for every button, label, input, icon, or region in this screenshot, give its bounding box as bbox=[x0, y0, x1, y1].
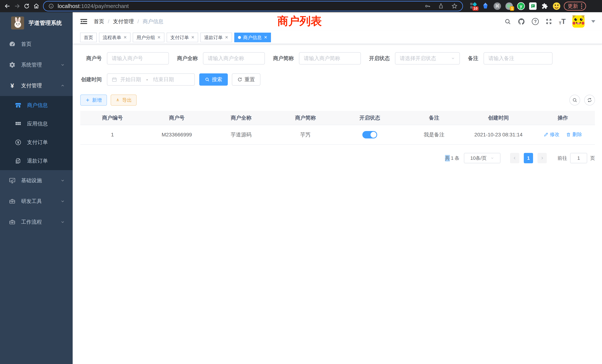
app-logo[interactable]: 芋道管理系统 bbox=[0, 12, 73, 34]
sidebar-item-pay-orders[interactable]: 支付订单 bbox=[0, 133, 73, 152]
extension-strip: 10 1 y bbox=[470, 2, 560, 10]
cell-remark: 我是备注 bbox=[402, 125, 466, 145]
close-icon[interactable]: ✕ bbox=[123, 35, 127, 40]
merchant-name-input[interactable] bbox=[203, 52, 265, 64]
show-search-toggle-button[interactable] bbox=[569, 95, 580, 106]
delete-link[interactable]: 删除 bbox=[566, 131, 582, 138]
create-time-range-input[interactable]: 开始日期 - 结束日期 bbox=[107, 73, 195, 86]
close-icon[interactable]: ✕ bbox=[157, 35, 161, 40]
sidebar-item-merchant-info[interactable]: 商户信息 bbox=[0, 96, 73, 115]
sidebar: 芋道管理系统 首页 系统管理 ¥ 支付管理 bbox=[0, 12, 73, 364]
refresh-icon bbox=[237, 77, 242, 82]
goto-page-input[interactable] bbox=[570, 153, 587, 163]
remark-input[interactable] bbox=[484, 52, 552, 64]
sidebar-item-home[interactable]: 首页 bbox=[0, 34, 73, 54]
font-size-icon[interactable] bbox=[559, 18, 566, 26]
reload-icon[interactable] bbox=[22, 1, 32, 11]
help-icon[interactable] bbox=[532, 18, 539, 25]
fullscreen-icon[interactable] bbox=[546, 18, 552, 25]
breadcrumb-home[interactable]: 首页 bbox=[94, 18, 104, 25]
reset-button[interactable]: 重置 bbox=[232, 73, 260, 86]
add-button[interactable]: 新增 bbox=[80, 95, 107, 106]
search-icon[interactable] bbox=[504, 18, 511, 25]
extension-gem-icon[interactable] bbox=[482, 2, 489, 10]
cell-create-time: 2021-10-23 08:31:14 bbox=[466, 125, 531, 145]
tag-tab-process-form[interactable]: 流程表单✕ bbox=[99, 33, 130, 42]
home-icon[interactable] bbox=[32, 1, 41, 11]
col-create-time: 创建时间 bbox=[466, 111, 531, 125]
forward-icon[interactable] bbox=[12, 1, 22, 11]
sidebar-item-dev-tools[interactable]: 研发工具 bbox=[0, 191, 73, 212]
refresh-table-button[interactable] bbox=[584, 95, 595, 106]
col-short-name: 商户简称 bbox=[273, 111, 337, 125]
prev-page-button[interactable] bbox=[510, 153, 519, 163]
merchant-no-input[interactable] bbox=[107, 52, 169, 64]
app-title: 芋道管理系统 bbox=[29, 19, 62, 27]
pay-order-icon bbox=[14, 139, 22, 146]
sidebar-toggle-icon[interactable] bbox=[80, 18, 87, 25]
page-size-select[interactable]: 10条/页 bbox=[464, 153, 500, 163]
browser-update-button[interactable]: 更新 bbox=[564, 2, 586, 11]
browser-toolbar: localhost:1024/pay/merchant 10 1 y 更新 bbox=[0, 0, 602, 12]
site-info-icon[interactable] bbox=[48, 3, 54, 9]
tag-tab-refund-order[interactable]: 退款订单✕ bbox=[200, 33, 232, 42]
sidebar-item-infrastructure[interactable]: 基础设施 bbox=[0, 170, 73, 191]
user-avatar[interactable] bbox=[572, 15, 585, 28]
share-icon[interactable] bbox=[438, 3, 444, 9]
search-button[interactable]: 搜索 bbox=[199, 73, 228, 86]
status-toggle[interactable] bbox=[362, 131, 377, 139]
status-select[interactable]: 请选择开启状态 bbox=[395, 52, 460, 64]
sidebar-item-app-info[interactable]: 应用信息 bbox=[0, 115, 73, 133]
close-icon[interactable]: ✕ bbox=[264, 35, 267, 40]
url-text[interactable]: localhost:1024/pay/merchant bbox=[58, 3, 417, 9]
export-button[interactable]: 导出 bbox=[111, 95, 137, 106]
github-icon[interactable] bbox=[518, 18, 525, 25]
sidebar-item-workflow[interactable]: 工作流程 bbox=[0, 212, 73, 232]
extension-command-icon[interactable] bbox=[493, 2, 501, 10]
extension-profile-icon[interactable]: 1 bbox=[505, 2, 513, 10]
status-label: 开启状态 bbox=[369, 55, 390, 62]
edit-link[interactable]: 修改 bbox=[544, 131, 559, 138]
active-dot bbox=[238, 36, 241, 39]
chevron-down-icon bbox=[451, 56, 455, 60]
page-number-current[interactable]: 1 bbox=[524, 153, 533, 163]
back-icon[interactable] bbox=[3, 1, 12, 11]
grid-icon bbox=[14, 121, 22, 127]
close-icon[interactable]: ✕ bbox=[191, 35, 194, 40]
breadcrumb-payment[interactable]: 支付管理 bbox=[113, 18, 134, 25]
refresh-icon bbox=[587, 97, 592, 103]
extensions-puzzle-icon[interactable] bbox=[541, 2, 549, 10]
merchant-short-label: 商户简称 bbox=[273, 55, 294, 62]
extension-chat-icon[interactable] bbox=[529, 2, 537, 10]
browser-menu-icon[interactable] bbox=[581, 3, 582, 9]
bookmark-star-icon[interactable] bbox=[451, 3, 458, 9]
tag-tab-home[interactable]: 首页 bbox=[80, 33, 97, 42]
url-bar[interactable]: localhost:1024/pay/merchant bbox=[43, 1, 463, 11]
breadcrumb: 首页 / 支付管理 / 商户信息 bbox=[94, 18, 163, 25]
sidebar-item-label: 商户信息 bbox=[27, 102, 48, 109]
key-icon[interactable] bbox=[425, 3, 430, 9]
cell-merchant-no: M233666999 bbox=[145, 125, 209, 145]
next-page-button[interactable] bbox=[538, 153, 547, 163]
sidebar-item-refund-orders[interactable]: 退款订单 bbox=[0, 152, 73, 170]
tag-tab-pay-order[interactable]: 支付订单✕ bbox=[167, 33, 198, 42]
avatar-caret-icon[interactable] bbox=[591, 20, 595, 23]
extension-tags-icon[interactable]: 10 bbox=[470, 2, 477, 10]
merchant-short-input[interactable] bbox=[299, 52, 361, 64]
sidebar-item-label: 工作流程 bbox=[21, 218, 42, 225]
tag-tab-merchant-info[interactable]: 商户信息✕ bbox=[234, 33, 271, 42]
sidebar-item-label: 应用信息 bbox=[27, 120, 48, 127]
goto-label: 前往 bbox=[558, 155, 567, 161]
close-icon[interactable]: ✕ bbox=[225, 35, 228, 40]
sidebar-item-payment[interactable]: ¥ 支付管理 bbox=[0, 75, 73, 96]
tags-view-bar: 首页 流程表单✕ 用户分组✕ 支付订单✕ 退款订单✕ 商户信息✕ bbox=[73, 31, 602, 44]
browser-profile-avatar[interactable] bbox=[553, 2, 560, 10]
extension-y-icon[interactable]: y bbox=[517, 2, 525, 10]
pencil-icon bbox=[544, 132, 548, 137]
tag-tab-user-group[interactable]: 用户分组✕ bbox=[133, 33, 164, 42]
table-header-row: 商户编号 商户号 商户全称 商户简称 开启状态 备注 创建时间 操作 bbox=[80, 111, 595, 125]
toolbox-icon bbox=[8, 219, 16, 225]
sidebar-item-label: 系统管理 bbox=[21, 61, 42, 68]
sidebar-item-label: 退款订单 bbox=[27, 157, 48, 164]
sidebar-item-system[interactable]: 系统管理 bbox=[0, 54, 73, 75]
